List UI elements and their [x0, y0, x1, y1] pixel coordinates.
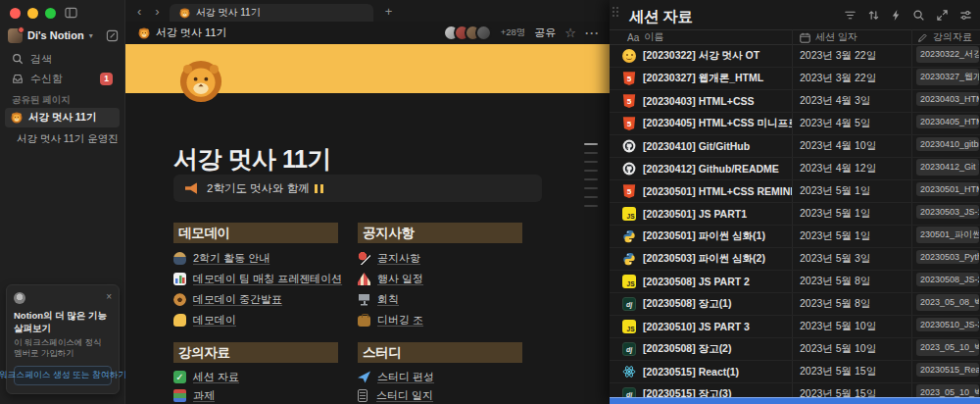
row-date[interactable]: 2023년 4월 3일	[792, 94, 911, 108]
file-chip[interactable]: 20230327_웹개...	[916, 69, 979, 85]
row-date[interactable]: 2023년 5월 3일	[792, 252, 911, 266]
table-row[interactable]: 5[20230403] HTML+CSS2023년 4월 3일20230403_…	[610, 90, 980, 113]
sidebar-toggle-icon[interactable]	[65, 7, 77, 19]
table-row[interactable]: JS[20230508] JS PART 22023년 5월 8일2023050…	[610, 271, 980, 293]
row-date[interactable]: 2023년 5월 1일	[792, 184, 911, 198]
file-chip[interactable]: 20230508_JS-2...	[916, 273, 979, 286]
table-row[interactable]: 5[20230405] HTML+CSS 미니프로젝트2023년 4월 5일20…	[610, 113, 980, 135]
file-chip[interactable]: 20230405_HTM...	[916, 115, 979, 128]
table-row[interactable]: dj[20230508] 장고(2)2023년 5월 10일2023_05_10…	[610, 338, 980, 361]
page-link[interactable]: 회칙	[358, 289, 542, 310]
file-chip[interactable]: 20230322_서강...	[916, 46, 979, 63]
breadcrumb[interactable]: 서강 멋사 11기	[138, 25, 227, 40]
database-title[interactable]: 세션 자료	[629, 7, 693, 27]
close-icon[interactable]: ×	[106, 292, 112, 302]
row-date[interactable]: 2023년 5월 15일	[792, 365, 911, 379]
row-title[interactable]: [20230501] 파이썬 심화(1)	[643, 229, 765, 243]
tab-active[interactable]: 서강 멋사 11기	[170, 4, 373, 22]
row-date[interactable]: 2023년 5월 1일	[792, 207, 911, 221]
workspace-switcher[interactable]: Di's Notion ▾	[8, 25, 119, 45]
table-row[interactable]: [20230503] 파이썬 심화(2)2023년 5월 3일20230503_…	[610, 248, 980, 271]
row-title[interactable]: [20230327] 웹개론_HTML	[643, 72, 763, 85]
table-row[interactable]: JS[20230501] JS PART12023년 5월 1일20230503…	[610, 203, 980, 226]
row-title[interactable]: [20230515] React(1)	[643, 366, 739, 378]
row-date[interactable]: 2023년 5월 10일	[792, 320, 911, 333]
page-link[interactable]: 스터디 편성	[358, 368, 542, 386]
file-chip[interactable]: 2023_05_08_백...	[916, 294, 979, 311]
row-title[interactable]: [20230510] JS PART 3	[643, 321, 750, 332]
file-chip[interactable]: 20230503_JS-1...	[916, 205, 979, 219]
file-chip[interactable]: 20230503_Pyth...	[916, 250, 979, 264]
window-controls[interactable]	[10, 8, 56, 19]
forward-button[interactable]: ›	[155, 4, 159, 19]
row-date[interactable]: 2023년 4월 5일	[792, 117, 911, 130]
column-header-files[interactable]: 강의자료	[911, 30, 980, 44]
expand-icon[interactable]	[936, 9, 949, 22]
page-link[interactable]: 공지사항	[358, 248, 542, 269]
file-chip[interactable]: 20230410_gitbr...	[916, 137, 979, 151]
table-row[interactable]: 5[20230327] 웹개론_HTML2023년 3월 22일20230327…	[610, 68, 980, 90]
table-row[interactable]: [20230322] 서강 멋사 OT2023년 3월 22일20230322_…	[610, 45, 980, 68]
table-row[interactable]: [20230501] 파이썬 심화(1)2023년 5월 1일230501_파이…	[610, 226, 980, 248]
page-link[interactable]: 데모데이	[173, 310, 358, 330]
row-title[interactable]: [20230412] Github/README	[643, 163, 779, 175]
row-date[interactable]: 2023년 5월 1일	[792, 229, 911, 243]
row-date[interactable]: 2023년 5월 8일	[792, 275, 911, 288]
table-row[interactable]: [20230515] React(1)2023년 5월 15일20230515_…	[610, 361, 980, 383]
column-header-name[interactable]: Aa 이름	[610, 30, 792, 44]
page-link[interactable]: 2학기 활동 안내	[173, 248, 358, 269]
file-chip[interactable]: 20230403_HTM...	[916, 92, 979, 106]
join-workspace-button[interactable]: 워크스페이스 생성 또는 참여하기	[14, 366, 112, 385]
row-title[interactable]: [20230322] 서강 멋사 OT	[643, 49, 760, 63]
page-link[interactable]: 디버깅 조	[358, 310, 542, 330]
page-link[interactable]: 스터디 일지	[358, 386, 542, 404]
more-options-icon[interactable]: ···	[585, 26, 600, 40]
new-tab-button[interactable]: +	[385, 4, 393, 19]
callout-block[interactable]: 2학기도 멋사와 함께	[173, 175, 542, 202]
sort-icon[interactable]	[867, 9, 880, 22]
sidebar-item-search[interactable]: 검색	[6, 49, 119, 69]
table-row[interactable]: JS[20230510] JS PART 32023년 5월 10일202305…	[610, 316, 980, 338]
row-date[interactable]: 2023년 5월 10일	[792, 342, 911, 356]
file-chip[interactable]: 20230501_HTM...	[916, 182, 979, 196]
page-title[interactable]: 서강 멋사 11기	[173, 143, 331, 176]
sidebar-page-item[interactable]: 서강 멋사 11기 운영진	[5, 129, 120, 149]
row-title[interactable]: [20230410] Git/GitHub	[643, 140, 750, 152]
row-date[interactable]: 2023년 5월 8일	[792, 297, 911, 311]
row-title[interactable]: [20230508] 장고(1)	[643, 297, 731, 311]
row-title[interactable]: [20230501] JS PART1	[643, 208, 747, 220]
table-row[interactable]: [20230410] Git/GitHub2023년 4월 10일2023041…	[610, 135, 980, 158]
back-button[interactable]: ‹	[137, 4, 141, 19]
row-title[interactable]: [20230501] HTML+CSS REMIND	[643, 185, 792, 197]
table-row[interactable]: dj[20230508] 장고(1)2023년 5월 8일2023_05_08_…	[610, 293, 980, 316]
drag-handle-icon[interactable]	[612, 7, 619, 17]
search-icon[interactable]	[912, 9, 925, 22]
page-lion-icon[interactable]	[178, 59, 223, 104]
row-title[interactable]: [20230508] 장고(2)	[643, 342, 731, 356]
row-date[interactable]: 2023년 3월 22일	[792, 49, 911, 63]
sidebar-page-item[interactable]: 서강 멋사 11기	[5, 108, 120, 127]
settings-sliders-icon[interactable]	[959, 9, 972, 22]
row-title[interactable]: [20230508] JS PART 2	[643, 276, 750, 287]
table-row[interactable]: 5[20230501] HTML+CSS REMIND2023년 5월 1일20…	[610, 180, 980, 203]
row-title[interactable]: [20230403] HTML+CSS	[643, 95, 755, 107]
member-avatars[interactable]	[443, 25, 492, 41]
page-link[interactable]: 행사 일정	[358, 269, 542, 289]
page-link[interactable]: ✓세션 자료	[173, 368, 358, 386]
file-chip[interactable]: 20230515_Reac...	[916, 363, 979, 377]
row-title[interactable]: [20230503] 파이썬 심화(2)	[643, 252, 765, 266]
favorite-star-icon[interactable]: ☆	[564, 26, 576, 39]
new-page-icon[interactable]	[106, 29, 119, 42]
file-chip[interactable]: 230501_파이썬웹...	[916, 227, 979, 243]
share-button[interactable]: 공유	[534, 25, 556, 40]
column-header-date[interactable]: 세션 일자	[792, 30, 911, 44]
table-row[interactable]: [20230412] Github/README2023년 4월 12일2023…	[610, 158, 980, 180]
file-chip[interactable]: 2023_05_10_백...	[916, 339, 979, 356]
close-window-button[interactable]	[10, 8, 21, 19]
row-date[interactable]: 2023년 3월 22일	[792, 72, 911, 85]
sidebar-item-inbox[interactable]: 수신함 1	[6, 69, 119, 88]
minimize-window-button[interactable]	[27, 8, 38, 19]
file-chip[interactable]: 20230412_Git 협...	[916, 159, 979, 176]
filter-icon[interactable]	[844, 9, 857, 22]
file-chip[interactable]: 20230510_JS-3...	[916, 318, 979, 331]
